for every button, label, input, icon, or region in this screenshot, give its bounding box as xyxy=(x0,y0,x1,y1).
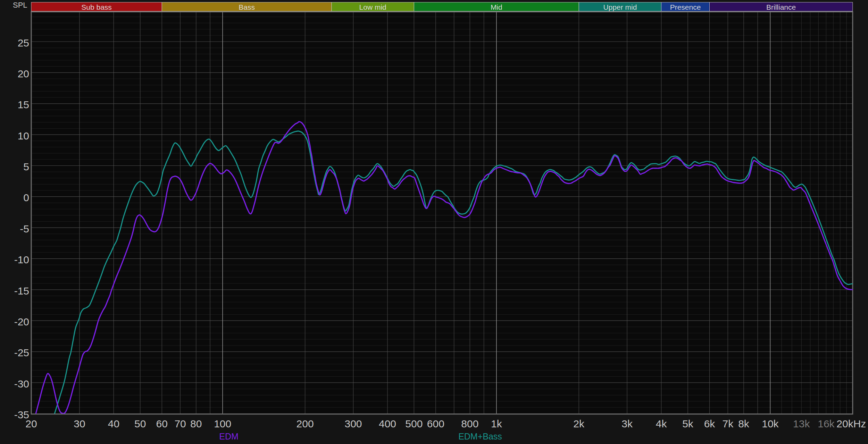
svg-text:EDM+Bass: EDM+Bass xyxy=(458,432,502,441)
svg-text:70: 70 xyxy=(174,418,186,429)
svg-text:Bass: Bass xyxy=(239,3,255,11)
svg-text:50: 50 xyxy=(134,418,146,429)
svg-text:Mid: Mid xyxy=(491,3,502,11)
svg-text:4k: 4k xyxy=(656,418,667,429)
svg-text:10k: 10k xyxy=(762,418,779,429)
svg-text:30: 30 xyxy=(74,418,85,429)
svg-text:-30: -30 xyxy=(14,378,29,390)
svg-text:-20: -20 xyxy=(14,316,29,327)
svg-text:5: 5 xyxy=(23,161,29,172)
svg-text:400: 400 xyxy=(379,418,396,429)
svg-text:10: 10 xyxy=(18,130,29,142)
svg-text:1k: 1k xyxy=(491,418,502,429)
svg-text:15: 15 xyxy=(18,99,29,110)
svg-text:-15: -15 xyxy=(14,285,29,297)
svg-text:Upper mid: Upper mid xyxy=(603,3,637,11)
svg-text:800: 800 xyxy=(461,418,478,429)
svg-text:20kHz: 20kHz xyxy=(836,418,866,429)
svg-text:600: 600 xyxy=(427,418,444,429)
svg-text:Sub bass: Sub bass xyxy=(81,3,112,11)
svg-text:-5: -5 xyxy=(20,223,29,234)
svg-text:EDM: EDM xyxy=(219,432,239,441)
svg-text:6k: 6k xyxy=(704,418,716,429)
svg-text:Presence: Presence xyxy=(670,3,701,11)
svg-text:20: 20 xyxy=(25,418,37,429)
svg-text:16k: 16k xyxy=(818,418,835,429)
svg-text:0: 0 xyxy=(23,192,29,203)
svg-text:200: 200 xyxy=(297,418,314,429)
svg-text:-10: -10 xyxy=(14,254,29,265)
svg-text:300: 300 xyxy=(344,418,362,429)
svg-text:3k: 3k xyxy=(621,418,633,429)
svg-text:13k: 13k xyxy=(793,418,810,429)
svg-text:25: 25 xyxy=(18,37,29,49)
svg-text:60: 60 xyxy=(156,418,168,429)
svg-text:-25: -25 xyxy=(14,347,29,358)
svg-text:Brilliance: Brilliance xyxy=(766,3,796,11)
svg-text:8k: 8k xyxy=(738,418,750,429)
svg-text:100: 100 xyxy=(214,418,231,429)
svg-text:7k: 7k xyxy=(722,418,734,429)
svg-text:20: 20 xyxy=(18,68,29,79)
svg-text:80: 80 xyxy=(190,418,202,429)
svg-text:500: 500 xyxy=(405,418,423,429)
svg-text:5k: 5k xyxy=(682,418,694,429)
svg-text:Low mid: Low mid xyxy=(359,3,386,11)
svg-text:SPL: SPL xyxy=(13,1,27,9)
svg-text:40: 40 xyxy=(108,418,119,429)
svg-text:2k: 2k xyxy=(573,418,585,429)
